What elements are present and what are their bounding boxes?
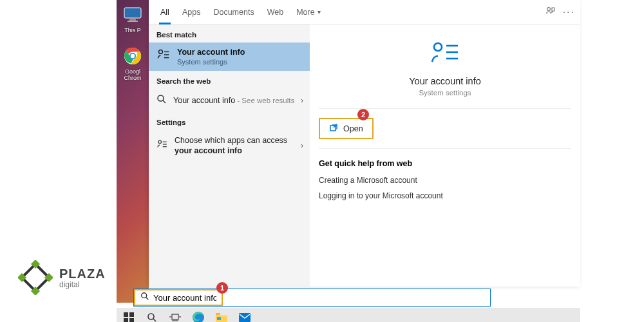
brand-logo: PLAZA digital [18, 260, 106, 295]
svg-rect-27 [129, 318, 134, 322]
annotation-badge-2: 2 [357, 109, 369, 120]
svg-rect-30 [172, 314, 178, 319]
tab-all[interactable]: All [154, 0, 176, 24]
detail-column: Your account info System settings 2 Open… [310, 24, 580, 287]
more-options-icon[interactable]: ··· [563, 6, 575, 18]
tab-label: Apps [182, 8, 201, 17]
help-title: Get quick help from web [319, 159, 571, 168]
open-button[interactable]: Open [319, 118, 374, 139]
chevron-down-icon: ▾ [317, 8, 321, 15]
tab-apps[interactable]: Apps [176, 0, 207, 24]
svg-point-28 [148, 314, 154, 319]
taskbar-app-mail[interactable] [235, 308, 254, 322]
detail-subtitle: System settings [419, 89, 471, 97]
tab-label: All [160, 8, 169, 17]
desktop-wallpaper: This P Googl Chrom [117, 0, 149, 303]
detail-title: Your account info [409, 76, 481, 86]
section-settings: Settings [149, 112, 310, 130]
svg-rect-2 [128, 21, 138, 22]
start-button[interactable] [119, 308, 138, 322]
account-info-icon [430, 40, 460, 68]
taskbar-app-edge[interactable] [189, 308, 208, 322]
brand-name: PLAZA [59, 267, 106, 281]
results-column: Best match Your account info System sett… [149, 24, 310, 287]
svg-rect-35 [216, 313, 220, 315]
account-info-icon [156, 138, 168, 153]
search-panel: All Apps Documents Web More▾ ··· Best ma… [149, 0, 580, 287]
best-match-item[interactable]: Your account info System settings [149, 43, 310, 71]
taskbar-search-button[interactable] [142, 308, 162, 322]
panel-body: Best match Your account info System sett… [149, 24, 580, 287]
svg-rect-0 [124, 8, 141, 18]
plaza-logo-icon [18, 260, 53, 295]
web-result-item[interactable]: Your account info - See web results › [149, 89, 310, 112]
svg-point-22 [142, 293, 147, 298]
svg-point-11 [158, 95, 164, 101]
open-icon [329, 123, 338, 134]
svg-point-5 [131, 54, 135, 58]
annotation-badge-1: 1 [216, 282, 228, 294]
svg-rect-37 [239, 313, 251, 322]
taskbar [117, 308, 580, 322]
svg-point-13 [158, 140, 162, 144]
svg-rect-25 [129, 312, 134, 317]
svg-point-6 [547, 7, 550, 10]
taskbar-search[interactable]: 1 [133, 289, 491, 307]
search-icon [140, 292, 149, 303]
tab-web[interactable]: Web [261, 0, 290, 24]
result-label: Choose which apps can access your accoun… [175, 135, 302, 156]
desktop-icon-label: This P [124, 27, 141, 33]
tab-more[interactable]: More▾ [290, 0, 327, 24]
search-input[interactable] [153, 293, 216, 303]
brand-sub: digital [59, 280, 106, 289]
svg-rect-26 [124, 318, 128, 322]
chevron-right-icon: › [301, 96, 303, 105]
result-label: Your account info - See web results [173, 95, 294, 106]
taskbar-app-explorer[interactable] [212, 308, 231, 322]
chrome-icon [122, 45, 144, 67]
detail-header: Your account info System settings [319, 40, 571, 109]
tab-documents[interactable]: Documents [207, 0, 260, 24]
section-search-web: Search the web [149, 71, 310, 89]
tab-label: More [296, 8, 314, 17]
svg-point-7 [158, 50, 162, 53]
svg-rect-24 [124, 312, 128, 317]
settings-result-item[interactable]: Choose which apps can access your accoun… [149, 130, 310, 162]
search-icon [156, 94, 167, 107]
help-block: Get quick help from web Creating a Micro… [319, 159, 571, 207]
svg-line-29 [153, 319, 156, 321]
open-section: 2 Open [319, 118, 571, 149]
desktop-icon-this-pc[interactable]: This P [118, 4, 147, 33]
best-match-subtitle: System settings [177, 58, 245, 66]
task-view-button[interactable] [166, 308, 185, 322]
svg-rect-1 [129, 19, 136, 21]
svg-line-12 [163, 100, 166, 103]
search-query-highlight: 1 [134, 289, 223, 306]
tab-label: Web [267, 8, 283, 17]
open-label: Open [343, 124, 363, 133]
monitor-icon [122, 4, 144, 26]
svg-rect-36 [217, 317, 221, 320]
desktop-icon-label: Googl Chrom [124, 68, 141, 81]
search-tabs: All Apps Documents Web More▾ ··· [149, 0, 580, 24]
svg-line-23 [146, 298, 149, 300]
svg-point-17 [434, 43, 442, 51]
section-best-match: Best match [149, 24, 310, 43]
help-link[interactable]: Creating a Microsoft account [319, 176, 571, 185]
tab-label: Documents [213, 8, 254, 17]
feedback-icon[interactable] [545, 6, 555, 19]
account-info-icon [156, 48, 171, 64]
best-match-title: Your account info [177, 48, 245, 57]
chevron-right-icon: › [301, 141, 303, 150]
desktop-icon-chrome[interactable]: Googl Chrom [118, 45, 147, 81]
help-link[interactable]: Logging in to your Microsoft account [319, 191, 571, 200]
